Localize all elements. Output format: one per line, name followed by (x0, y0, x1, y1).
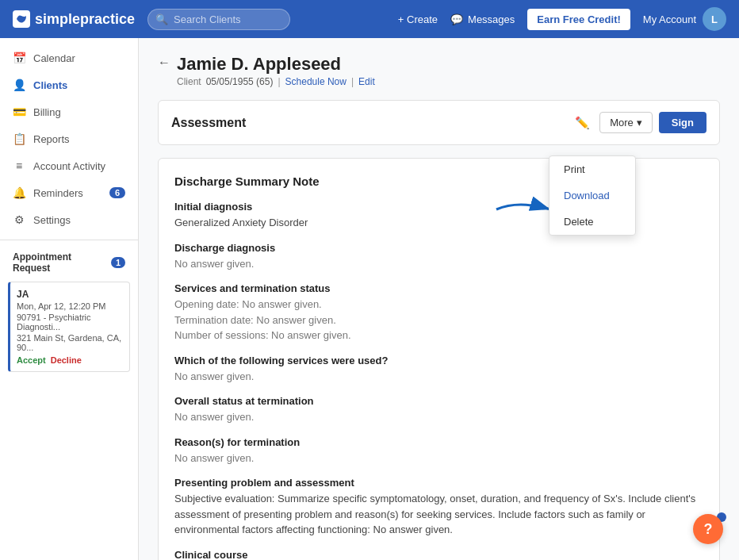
app-logo[interactable]: simplepractice (13, 10, 135, 28)
appt-address: 321 Main St, Gardena, CA, 90... (17, 333, 123, 352)
sidebar-item-label: Calendar (33, 52, 75, 64)
back-button[interactable]: ← (158, 56, 170, 70)
sidebar-item-label: Billing (33, 106, 61, 118)
account-activity-icon: ≡ (13, 159, 25, 172)
chevron-down-icon: ▾ (637, 117, 642, 128)
edit-icon-button[interactable]: ✏️ (572, 113, 593, 133)
avatar: L (703, 7, 726, 31)
sidebar-item-reports[interactable]: 📋 Reports (0, 125, 138, 152)
clients-icon: 👤 (13, 79, 25, 91)
sign-button[interactable]: Sign (659, 112, 706, 133)
sidebar-item-reminders[interactable]: 🔔 Reminders 6 (0, 179, 138, 206)
field-clinical-course: Clinical course Impact of services on ea… (174, 549, 703, 561)
field-services-termination: Services and termination status Opening … (174, 282, 703, 343)
my-account-button[interactable]: My Account L (643, 7, 726, 31)
reminders-badge: 6 (109, 187, 125, 198)
content-area: ← Jamie D. Appleseed Client 05/05/1955 (… (139, 38, 739, 560)
reports-icon: 📋 (13, 132, 25, 145)
dropdown-download[interactable]: Download (549, 182, 635, 209)
assessment-title: Assessment (171, 116, 246, 130)
decline-button[interactable]: Decline (51, 355, 82, 365)
sidebar-item-billing[interactable]: 💳 Billing (0, 98, 138, 125)
dropdown-print[interactable]: Print (549, 156, 635, 182)
appointment-request-card[interactable]: JA Mon, Apr 12, 12:20 PM 90791 - Psychia… (8, 282, 130, 372)
search-icon: 🔍 (155, 13, 168, 25)
logo-icon (13, 10, 30, 28)
message-icon: 💬 (450, 13, 463, 25)
client-meta: Client 05/05/1955 (65) | Schedule Now | … (177, 76, 375, 87)
settings-icon: ⚙ (13, 213, 25, 226)
top-nav: simplepractice 🔍 + Create 💬 Messages Ear… (0, 0, 739, 38)
client-type-label: Client (177, 76, 201, 87)
sidebar-item-label: Settings (33, 214, 71, 226)
field-presenting-problem: Presenting problem and assessment Subjec… (174, 477, 703, 538)
search-wrapper: 🔍 (147, 9, 290, 30)
appt-actions: Accept Decline (17, 355, 123, 365)
accept-button[interactable]: Accept (17, 355, 46, 365)
arrow-indicator (493, 194, 557, 228)
billing-icon: 💳 (13, 105, 25, 118)
sidebar-item-label: Reminders (33, 187, 83, 199)
field-services-used: Which of the following services were use… (174, 355, 703, 385)
appointment-request-header: Appointment Request 1 (0, 247, 138, 278)
client-header: ← Jamie D. Appleseed Client 05/05/1955 (… (158, 54, 720, 87)
assessment-actions: ✏️ More ▾ Sign (572, 112, 706, 133)
field-overall-status: Overall status at termination No answer … (174, 395, 703, 425)
schedule-now-link[interactable]: Schedule Now (285, 76, 347, 87)
sidebar-item-settings[interactable]: ⚙ Settings (0, 206, 138, 233)
sidebar: 📅 Calendar 👤 Clients 💳 Billing 📋 Reports… (0, 38, 139, 560)
calendar-icon: 📅 (13, 52, 25, 64)
appt-service: 90791 - Psychiatric Diagnosti... (17, 313, 123, 332)
sidebar-item-label: Clients (33, 79, 67, 91)
help-button[interactable]: ? (693, 514, 723, 544)
sidebar-item-calendar[interactable]: 📅 Calendar (0, 44, 138, 71)
create-button[interactable]: + Create (398, 13, 438, 25)
appt-initials: JA (17, 289, 123, 300)
appointment-request-section: Appointment Request 1 JA Mon, Apr 12, 12… (0, 240, 138, 372)
assessment-header: Assessment ✏️ More ▾ Sign (158, 100, 720, 145)
sidebar-item-label: Reports (33, 133, 70, 145)
appointment-request-badge: 1 (111, 257, 125, 268)
search-input[interactable] (147, 9, 290, 30)
sidebar-item-clients[interactable]: 👤 Clients (0, 71, 138, 98)
field-discharge-diagnosis: Discharge diagnosis No answer given. (174, 242, 703, 272)
logo-text: simplepractice (35, 11, 135, 28)
sidebar-item-label: Account Activity (33, 160, 105, 172)
reminders-icon: 🔔 (13, 186, 25, 199)
field-reason-termination: Reason(s) for termination No answer give… (174, 436, 703, 466)
dropdown-menu: Print Download Delete (549, 155, 636, 236)
more-button[interactable]: More ▾ (599, 112, 653, 133)
sidebar-item-account-activity[interactable]: ≡ Account Activity (0, 152, 138, 179)
edit-link[interactable]: Edit (358, 76, 375, 87)
appointment-request-label: Appointment Request (13, 251, 106, 274)
earn-credit-button[interactable]: Earn Free Credit! (527, 9, 630, 30)
messages-button[interactable]: 💬 Messages (450, 13, 515, 25)
client-dob: 05/05/1955 (65) (206, 76, 274, 87)
dropdown-delete[interactable]: Delete (549, 209, 635, 235)
client-name: Jamie D. Appleseed (177, 54, 375, 75)
appt-date: Mon, Apr 12, 12:20 PM (17, 301, 123, 311)
client-info: Jamie D. Appleseed Client 05/05/1955 (65… (177, 54, 375, 87)
